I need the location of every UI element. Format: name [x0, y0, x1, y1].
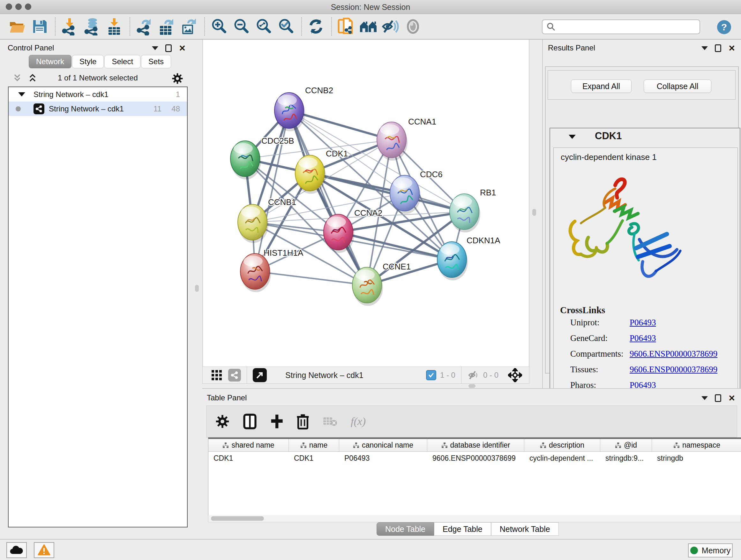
column-header-description[interactable]: description	[524, 439, 600, 451]
network-node-CCNE1[interactable]	[352, 267, 383, 306]
show-columns-icon[interactable]	[243, 414, 257, 429]
hidden-eye-slash-icon[interactable]	[467, 370, 480, 380]
search-input[interactable]	[556, 22, 690, 31]
table-cell[interactable]: cyclin-dependent ...	[524, 452, 600, 464]
network-node-CDKN1A[interactable]	[437, 242, 468, 280]
export-table-button[interactable]	[158, 17, 176, 36]
right-splitter-handle[interactable]	[532, 209, 536, 216]
zoom-fit-button[interactable]	[255, 17, 273, 36]
float-panel-icon[interactable]	[715, 44, 721, 52]
network-row-selected[interactable]: String Network – cdk1 11 48	[9, 102, 187, 116]
tab-node-table[interactable]: Node Table	[377, 522, 434, 536]
export-network-button[interactable]	[135, 17, 153, 36]
crosslink-link[interactable]: 9606.ENSP00000378699	[630, 349, 718, 359]
close-panel-icon[interactable]: ✕	[728, 394, 735, 402]
tab-style[interactable]: Style	[72, 55, 104, 68]
table-panel-title: Table Panel	[207, 393, 247, 402]
column-header-name[interactable]: name	[289, 439, 339, 451]
cloud-status-button[interactable]	[6, 542, 27, 558]
tab-network-table[interactable]: Network Table	[491, 522, 559, 536]
table-cell[interactable]: stringdb:9...	[600, 452, 652, 464]
zoom-in-button[interactable]	[210, 17, 228, 36]
column-header-canonical-name[interactable]: canonical name	[339, 439, 427, 451]
network-mode-button[interactable]	[228, 369, 241, 381]
expand-all-button[interactable]: Expand All	[571, 79, 631, 93]
table-cell[interactable]: stringdb	[652, 452, 741, 464]
column-header-database-identifier[interactable]: database identifier	[427, 439, 524, 451]
tab-select[interactable]: Select	[105, 55, 140, 68]
show-all-networks-button[interactable]	[359, 17, 377, 36]
clone-network-button[interactable]	[337, 17, 355, 36]
import-network-button[interactable]	[61, 17, 78, 36]
table-horizontal-scrollbar[interactable]	[208, 515, 741, 522]
collection-expand-icon[interactable]	[18, 92, 25, 97]
add-column-icon[interactable]	[270, 414, 283, 429]
export-image-button[interactable]	[180, 17, 198, 36]
tab-edge-table[interactable]: Edge Table	[434, 522, 491, 536]
network-node-CCNB2[interactable]	[274, 92, 305, 131]
open-session-button[interactable]	[8, 17, 26, 36]
bottom-splitter-handle[interactable]	[468, 384, 475, 388]
network-canvas[interactable]: CCNB2CCNA1CDC25BCDK1CDC6RB1CCNB1CCNA2CDK…	[203, 40, 529, 365]
table-cell[interactable]: CDK1	[208, 452, 289, 464]
collapse-panel-icon[interactable]	[152, 46, 158, 50]
tab-network[interactable]: Network	[29, 55, 71, 68]
zoom-selected-button[interactable]	[277, 17, 295, 36]
collapse-panel-icon[interactable]	[701, 46, 708, 50]
import-table-button[interactable]	[105, 17, 123, 36]
float-panel-icon[interactable]	[165, 44, 172, 52]
edge-CCNB2-HIST1H1A[interactable]	[255, 111, 289, 271]
hide-selected-button[interactable]	[382, 17, 400, 36]
selected-nodes-checkbox[interactable]	[426, 370, 436, 380]
edge-CCNB2-CCNE1[interactable]	[289, 111, 367, 285]
save-session-button[interactable]	[30, 17, 49, 36]
control-panel-title: Control Panel	[8, 44, 54, 52]
network-node-CCNA1[interactable]	[377, 122, 408, 161]
help-button[interactable]: ?	[717, 20, 731, 36]
edge-CCNE1-HIST1H1A[interactable]	[255, 271, 367, 285]
tab-sets[interactable]: Sets	[141, 55, 171, 68]
network-node-CCNB1[interactable]	[238, 204, 268, 243]
left-splitter-handle[interactable]	[195, 285, 199, 292]
apply-layout-button[interactable]	[307, 17, 325, 36]
float-panel-icon[interactable]	[715, 394, 721, 402]
close-panel-icon[interactable]: ✕	[179, 44, 186, 52]
column-header-namespace[interactable]: namespace	[652, 439, 741, 451]
grid-mode-icon[interactable]	[211, 369, 222, 381]
warning-status-button[interactable]	[34, 542, 54, 558]
gene-expand-triangle-icon[interactable]	[569, 135, 576, 139]
collapse-panel-icon[interactable]	[701, 396, 708, 400]
detach-view-button[interactable]	[253, 368, 267, 382]
crosslink-link[interactable]: 9606.ENSP00000378699	[630, 365, 718, 374]
table-cell[interactable]: 9606.ENSP00000378699	[427, 452, 524, 464]
scrollbar-thumb[interactable]	[211, 516, 264, 521]
table-cell[interactable]: P06493	[339, 452, 427, 464]
delete-column-icon[interactable]	[296, 414, 309, 429]
column-header-shared-name[interactable]: shared name	[208, 439, 289, 451]
network-collection-row[interactable]: String Network – cdk1 1	[9, 87, 187, 102]
collapse-all-button[interactable]: Collapse All	[644, 79, 711, 93]
table-row[interactable]: CDK1CDK1P064939606.ENSP00000378699cyclin…	[208, 452, 741, 464]
memory-button[interactable]: Memory	[688, 543, 733, 557]
column-header-id[interactable]: @id	[600, 439, 652, 451]
network-options-gear-icon[interactable]	[172, 73, 183, 84]
network-node-HIST1H1A[interactable]	[240, 253, 271, 292]
zoom-out-button[interactable]	[232, 17, 250, 36]
import-network-icon	[61, 17, 78, 36]
show-graphics-details-button[interactable]	[404, 17, 422, 36]
network-node-CDC6[interactable]	[390, 175, 421, 214]
table-options-gear-icon[interactable]	[215, 415, 229, 428]
results-panel-header-icons: ✕	[701, 44, 735, 52]
pan-crosshair-icon[interactable]	[508, 368, 522, 382]
crosslink-link[interactable]: P06493	[630, 333, 656, 343]
window-title: Session: New Session	[0, 3, 741, 12]
network-node-RB1[interactable]	[450, 194, 480, 233]
network-node-CCNA2[interactable]	[324, 214, 354, 253]
network-view-title: String Network – cdk1	[285, 371, 363, 380]
import-network-from-database-button[interactable]	[83, 17, 101, 36]
network-node-CDK1[interactable]	[295, 155, 326, 194]
close-panel-icon[interactable]: ✕	[728, 44, 735, 52]
crosslink-link[interactable]: P06493	[630, 318, 656, 327]
table-cell[interactable]: CDK1	[289, 452, 339, 464]
protein-structure-image	[563, 170, 697, 298]
